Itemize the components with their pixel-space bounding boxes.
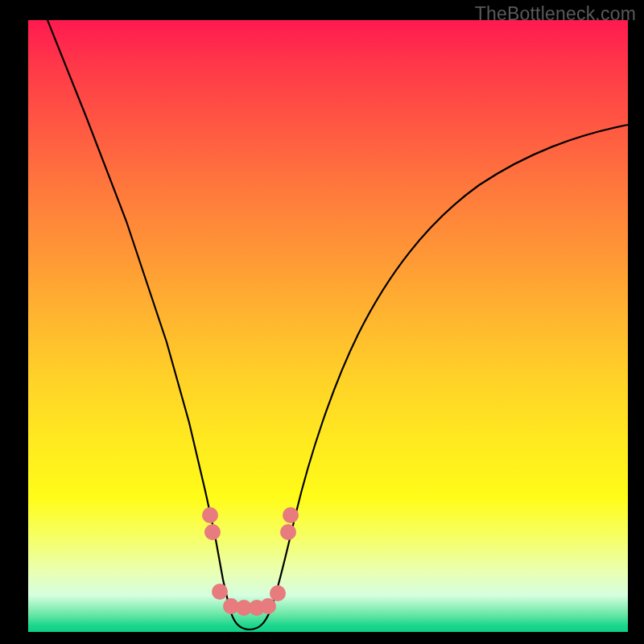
bottleneck-curve-svg	[28, 20, 628, 632]
chart-plot-area	[28, 20, 628, 632]
bottleneck-curve-path	[46, 20, 628, 630]
svg-point-2	[212, 584, 228, 600]
svg-point-8	[280, 524, 296, 540]
svg-point-9	[283, 507, 299, 523]
svg-point-0	[202, 507, 218, 523]
watermark-text: TheBottleneck.com	[475, 3, 636, 25]
svg-point-7	[270, 585, 286, 601]
chart-frame: TheBottleneck.com	[0, 0, 644, 644]
svg-point-6	[260, 598, 276, 614]
svg-point-1	[204, 524, 221, 540]
